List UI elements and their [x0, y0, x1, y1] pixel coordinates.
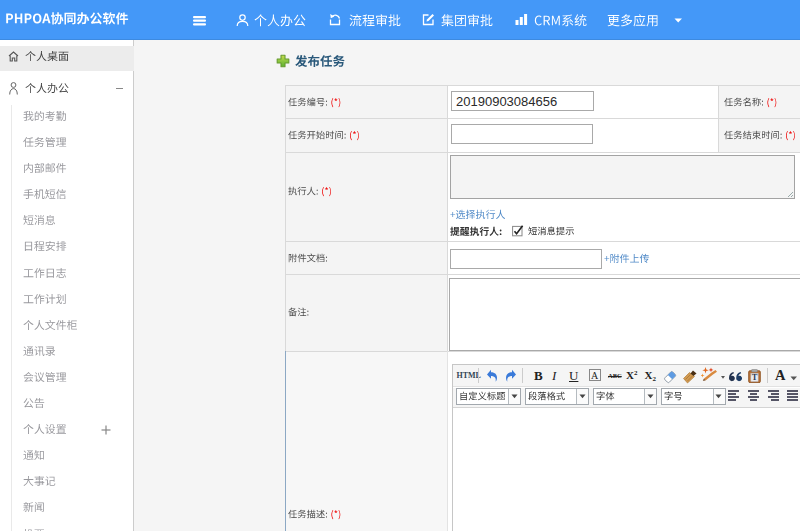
svg-text:T: T [752, 372, 758, 382]
